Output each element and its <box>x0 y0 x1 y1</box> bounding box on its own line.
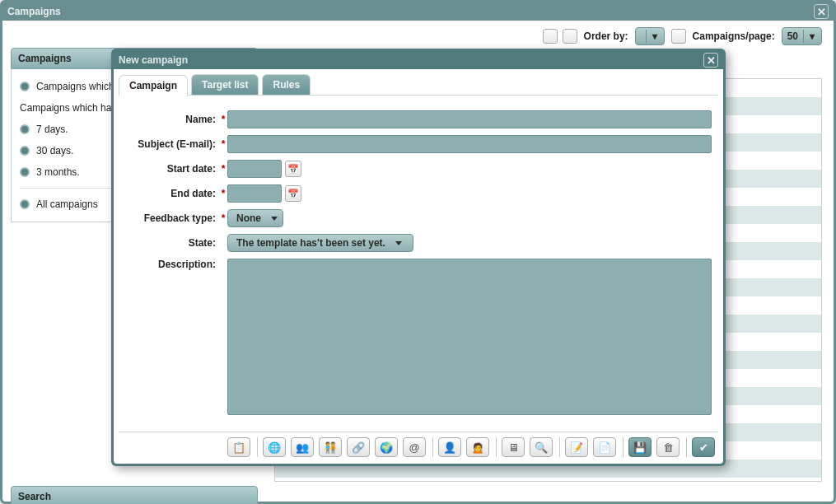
chevron-down-icon: ▾ <box>803 30 816 43</box>
users-add-icon[interactable]: 👥 <box>291 437 314 457</box>
close-icon[interactable]: ✕ <box>814 4 829 19</box>
sidebar-item-label: 7 days. <box>36 124 68 135</box>
calendar-icon[interactable]: 📅 <box>285 185 301 202</box>
sort-doc-button[interactable] <box>563 29 577 44</box>
world-remove-icon[interactable]: 🌍 <box>375 437 398 457</box>
subject-input[interactable] <box>227 135 712 153</box>
search-doc-icon[interactable]: 🔍 <box>530 437 553 457</box>
sidebar-item-label: All campaigns <box>36 198 98 210</box>
order-by-label: Order by: <box>584 30 628 42</box>
sidebar-intro: Campaigns which ha <box>20 102 111 114</box>
confirm-icon[interactable]: ✔ <box>692 437 715 457</box>
order-by-select[interactable]: ▾ <box>635 27 665 45</box>
radio-icon <box>20 124 30 134</box>
start-date-label: Start date: <box>125 163 216 175</box>
radio-icon <box>20 199 30 209</box>
doc-edit-icon[interactable]: 📝 <box>565 437 588 457</box>
user-single-icon[interactable]: 🙍 <box>466 437 489 457</box>
radio-icon <box>20 146 30 156</box>
order-dir-button[interactable] <box>671 29 686 44</box>
state-label: State: <box>125 237 216 249</box>
chevron-down-icon <box>271 217 278 221</box>
world-link-icon[interactable]: 🔗 <box>347 437 370 457</box>
required-icon: * <box>219 163 227 175</box>
required-icon: * <box>219 188 227 199</box>
sidebar-item-label: 3 months. <box>36 166 80 178</box>
search-header[interactable]: Search <box>11 486 258 504</box>
save-icon[interactable]: 💾 <box>628 437 652 457</box>
description-input[interactable] <box>227 259 712 415</box>
radio-icon <box>20 82 30 91</box>
feedback-value: None <box>236 212 261 224</box>
user-multi-icon[interactable]: 👤 <box>438 437 461 457</box>
window-title: Campaigns <box>7 6 61 17</box>
doc-export-icon[interactable]: 📄 <box>593 437 616 457</box>
name-label: Name: <box>125 114 216 125</box>
tab-rules[interactable]: Rules <box>262 74 311 95</box>
state-select[interactable]: The template has't been set yet. <box>227 234 413 252</box>
screen-icon[interactable]: 🖥 <box>502 437 525 457</box>
calendar-icon[interactable]: 📅 <box>285 161 301 177</box>
per-page-label: Campaigns/page: <box>693 30 775 42</box>
clipboard-icon[interactable]: 📋 <box>227 437 250 457</box>
dialog-close-icon[interactable]: ✕ <box>703 53 718 68</box>
chevron-down-icon: ▾ <box>646 30 659 43</box>
per-page-select[interactable]: 50 ▾ <box>782 27 822 45</box>
end-date-label: End date: <box>125 188 216 199</box>
at-edit-icon[interactable]: @ <box>403 437 426 457</box>
sort-asc-button[interactable] <box>543 29 558 44</box>
required-icon: * <box>219 212 227 224</box>
chevron-down-icon <box>395 241 402 245</box>
description-label: Description: <box>125 259 216 270</box>
required-icon: * <box>219 114 227 125</box>
feedback-label: Feedback type: <box>125 212 216 224</box>
tab-target-list[interactable]: Target list <box>191 74 259 95</box>
sidebar-item-label: 30 days. <box>36 145 73 156</box>
globe-add-icon[interactable]: 🌐 <box>263 437 286 457</box>
end-date-input[interactable] <box>227 184 282 203</box>
state-value: The template has't been set yet. <box>236 237 385 249</box>
feedback-select[interactable]: None <box>227 209 283 227</box>
dialog-title: New campaign <box>119 54 188 66</box>
sidebar-item-label: Campaigns which <box>36 81 114 92</box>
subject-label: Subject (E-mail): <box>125 138 216 150</box>
per-page-value: 50 <box>787 30 798 42</box>
required-icon: * <box>219 138 227 150</box>
trash-icon[interactable]: 🗑 <box>656 437 680 457</box>
radio-icon <box>20 167 30 177</box>
tab-campaign[interactable]: Campaign <box>119 75 188 96</box>
user-world-icon[interactable]: 🧑‍🤝‍🧑 <box>319 437 342 457</box>
name-input[interactable] <box>227 110 712 128</box>
start-date-input[interactable] <box>227 160 282 178</box>
